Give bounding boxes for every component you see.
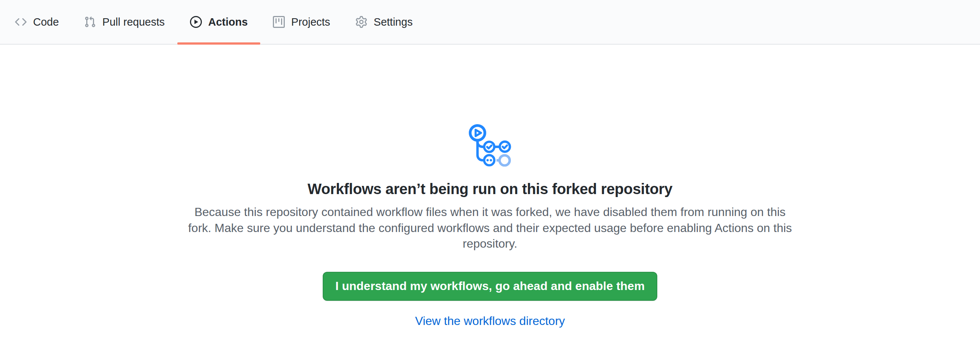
- play-icon: [190, 16, 202, 28]
- tab-code-label: Code: [33, 16, 59, 28]
- repo-tab-nav: Code Pull requests Actions Projects Sett…: [0, 0, 980, 44]
- page-title: Workflows aren’t being run on this forke…: [0, 181, 980, 197]
- tab-code[interactable]: Code: [2, 0, 72, 44]
- active-tab-underline: [177, 42, 260, 44]
- gear-icon: [355, 16, 368, 28]
- tab-settings-label: Settings: [374, 16, 413, 28]
- actions-disabled-blankslate: Workflows aren’t being run on this forke…: [0, 44, 980, 328]
- tab-projects[interactable]: Projects: [260, 0, 343, 44]
- pull-request-icon: [84, 16, 96, 28]
- tab-settings[interactable]: Settings: [343, 0, 425, 44]
- project-icon: [273, 16, 285, 28]
- tab-pull-requests[interactable]: Pull requests: [72, 0, 177, 44]
- tab-actions[interactable]: Actions: [177, 0, 260, 44]
- tab-pull-requests-label: Pull requests: [102, 16, 165, 28]
- blankslate-description: Because this repository contained workfl…: [183, 204, 797, 252]
- code-icon: [15, 16, 27, 28]
- tab-projects-label: Projects: [291, 16, 330, 28]
- view-workflows-directory-link[interactable]: View the workflows directory: [415, 314, 565, 327]
- workflow-graph-icon: [469, 124, 511, 168]
- enable-workflows-button[interactable]: I understand my workflows, go ahead and …: [323, 272, 657, 301]
- tab-actions-label: Actions: [208, 16, 248, 28]
